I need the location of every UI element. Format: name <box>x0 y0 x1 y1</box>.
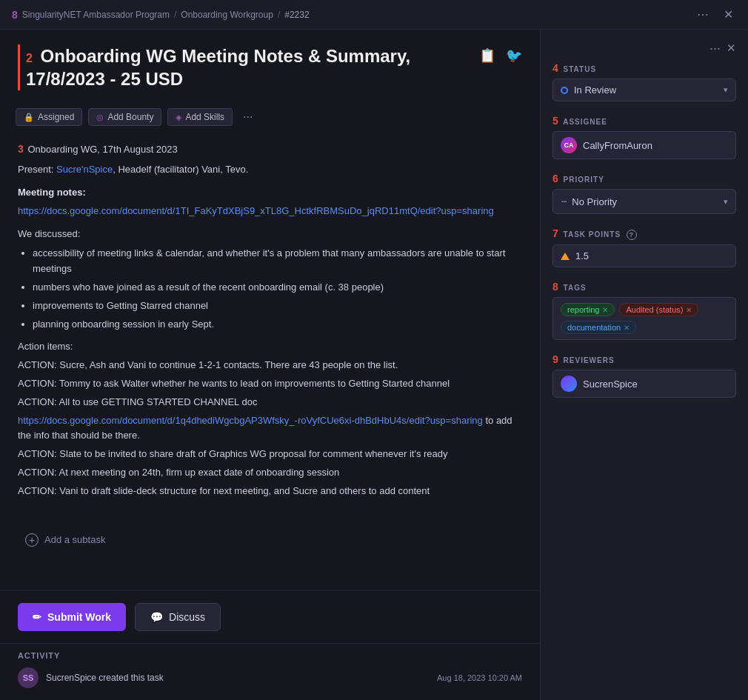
tags-field: 8 TAGS reporting ✕ Audited (status) ✕ do… <box>552 281 736 340</box>
tag-documentation-label: documentation <box>567 323 621 332</box>
add-skills-label: Add Skills <box>185 112 224 122</box>
priority-dropdown[interactable]: ··· No Priority ▾ <box>552 189 736 214</box>
task-body: 3 Onboarding WG, 17th August 2023 Presen… <box>18 141 522 499</box>
present-name-link[interactable]: Sucre'nSpice <box>56 164 113 175</box>
assigned-label: Assigned <box>38 112 74 122</box>
assignee-field: 5 ASSIGNEE CA CallyFromAuron <box>552 115 736 159</box>
tag-audited-remove[interactable]: ✕ <box>686 306 692 314</box>
meeting-notes-label: Meeting notes: <box>18 187 86 198</box>
priority-field: 6 PRIORITY ··· No Priority ▾ <box>552 173 736 214</box>
status-field: 4 STATUS In Review ▾ <box>552 62 736 101</box>
discuss-label: Discuss <box>169 611 205 623</box>
priority-chevron-icon: ▾ <box>724 197 728 207</box>
discussion-bullets: accessibility of meeting links & calenda… <box>33 246 522 332</box>
action-4: ACTION: Slate to be invited to share dra… <box>18 447 522 462</box>
tag-reporting-remove[interactable]: ✕ <box>602 306 608 314</box>
task-points-field: 7 TASK POINTS ? 1.5 <box>552 227 736 267</box>
task-title: 2 Onboarding WG Meeting Notes & Summary,… <box>18 44 479 90</box>
task-header-icons: 📋 🐦 <box>479 44 522 64</box>
book-icon[interactable]: 📋 <box>479 47 495 64</box>
activity-text: SucrenSpice created this task <box>46 673 164 683</box>
step-4-label: 4 <box>552 62 559 74</box>
bullet-3: improvements to Getting Starred channel <box>33 299 522 314</box>
task-header-row: 2 Onboarding WG Meeting Notes & Summary,… <box>18 44 522 99</box>
step-7-label: 7 <box>552 227 559 239</box>
action-bar: 🔒 Assigned ◎ Add Bounty ◈ Add Skills ··· <box>16 108 522 126</box>
bounty-icon: ◎ <box>96 113 104 122</box>
present-label: Present: <box>18 164 56 175</box>
assigned-chip[interactable]: 🔒 Assigned <box>16 108 82 126</box>
right-panel: ⋯ ✕ 4 STATUS In Review ▾ 5 ASSIG <box>541 30 748 700</box>
action-1: ACTION: Sucre, Ash and Vani to continue … <box>18 358 522 373</box>
add-bounty-button[interactable]: ◎ Add Bounty <box>88 108 161 126</box>
add-subtask-button[interactable]: + Add a subtask <box>18 529 113 551</box>
main-area: 2 Onboarding WG Meeting Notes & Summary,… <box>0 30 748 700</box>
chevron-down-icon: ▾ <box>724 85 728 95</box>
logo: 8 <box>12 9 18 21</box>
assignee-selector[interactable]: CA CallyFromAuron <box>552 131 736 159</box>
bullet-1: accessibility of meeting links & calenda… <box>33 246 522 277</box>
activity-item: SS SucrenSpice created this task Aug 18,… <box>18 667 522 688</box>
task-points-value[interactable]: 1.5 <box>552 244 736 267</box>
activity-avatar: SS <box>18 667 39 688</box>
step-3-label: 3 <box>18 143 24 155</box>
bullet-2: numbers who have joined as a result of t… <box>33 280 522 296</box>
more-actions-button[interactable]: ··· <box>238 109 257 125</box>
discuss-icon: 💬 <box>150 611 163 623</box>
panel-close-button[interactable]: ✕ <box>727 41 736 55</box>
breadcrumb-item-1[interactable]: SingularityNET Ambassador Program <box>22 10 170 20</box>
panel-more-button[interactable]: ⋯ <box>709 41 721 55</box>
reviewers-selector[interactable]: SucrenSpice <box>552 370 736 398</box>
tags-container: reporting ✕ Audited (status) ✕ documenta… <box>552 297 736 340</box>
breadcrumb-bar: 8 SingularityNET Ambassador Program / On… <box>0 0 748 30</box>
breadcrumb-sep-1: / <box>174 10 176 20</box>
app-container: 8 SingularityNET Ambassador Program / On… <box>0 0 748 700</box>
bottom-bar: ✏ Submit Work 💬 Discuss <box>0 590 540 643</box>
plus-icon: + <box>25 533 39 547</box>
right-panel-header: ⋯ ✕ <box>552 41 736 55</box>
add-skills-button[interactable]: ◈ Add Skills <box>167 108 233 126</box>
task-points-number: 1.5 <box>575 250 589 261</box>
left-panel: 2 Onboarding WG Meeting Notes & Summary,… <box>0 30 541 700</box>
reviewer-avatar <box>561 376 577 392</box>
submit-icon: ✏ <box>33 611 41 623</box>
status-dropdown[interactable]: In Review ▾ <box>552 79 736 101</box>
more-options-button[interactable]: ⋯ <box>694 6 712 23</box>
submit-label: Submit Work <box>47 611 111 623</box>
discuss-button[interactable]: 💬 Discuss <box>135 603 221 631</box>
step-2-label: 2 <box>26 52 33 64</box>
add-bounty-label: Add Bounty <box>107 112 153 122</box>
action-3: ACTION: All to use GETTING STARTED CHANN… <box>18 395 522 410</box>
meeting-notes-link[interactable]: https://docs.google.com/document/d/1TI_F… <box>18 205 494 216</box>
close-button[interactable]: ✕ <box>721 6 736 23</box>
tags-label: 8 TAGS <box>552 281 736 293</box>
meeting-header: Onboarding WG, 17th August 2023 <box>27 144 177 155</box>
task-title-text: Onboarding WG Meeting Notes & Summary, 1… <box>26 46 410 89</box>
step-9-label: 9 <box>552 353 559 365</box>
priority-icon: ··· <box>561 195 566 208</box>
breadcrumb: 8 SingularityNET Ambassador Program / On… <box>12 9 310 21</box>
tag-reporting: reporting ✕ <box>561 303 615 316</box>
assignee-avatar: CA <box>561 137 577 153</box>
step-6-label: 6 <box>552 173 559 184</box>
tag-audited-label: Audited (status) <box>626 305 683 314</box>
submit-work-button[interactable]: ✏ Submit Work <box>18 603 126 631</box>
breadcrumb-item-3[interactable]: #2232 <box>284 10 309 20</box>
activity-time: Aug 18, 2023 10:20 AM <box>437 673 522 682</box>
action-link[interactable]: https://docs.google.com/document/d/1q4dh… <box>18 415 483 426</box>
reviewer-name: SucrenSpice <box>583 379 638 390</box>
action-items-label: Action items: <box>18 341 73 352</box>
skills-icon: ◈ <box>176 113 181 122</box>
task-points-label: 7 TASK POINTS ? <box>552 227 736 240</box>
breadcrumb-item-2[interactable]: Onboarding Workgroup <box>181 10 273 20</box>
tag-documentation-remove[interactable]: ✕ <box>624 324 630 332</box>
step-8-label: 8 <box>552 281 559 293</box>
step-5-label: 5 <box>552 115 559 127</box>
tag-audited: Audited (status) ✕ <box>619 303 698 316</box>
breadcrumb-sep-2: / <box>278 10 280 20</box>
activity-section: ACTIVITY SS SucrenSpice created this tas… <box>0 643 540 700</box>
assignee-value: CallyFromAuron <box>583 140 652 151</box>
task-points-help-icon[interactable]: ? <box>627 230 637 240</box>
action-2: ACTION: Tommy to ask Walter whether he w… <box>18 376 522 392</box>
twitter-icon[interactable]: 🐦 <box>506 47 522 64</box>
